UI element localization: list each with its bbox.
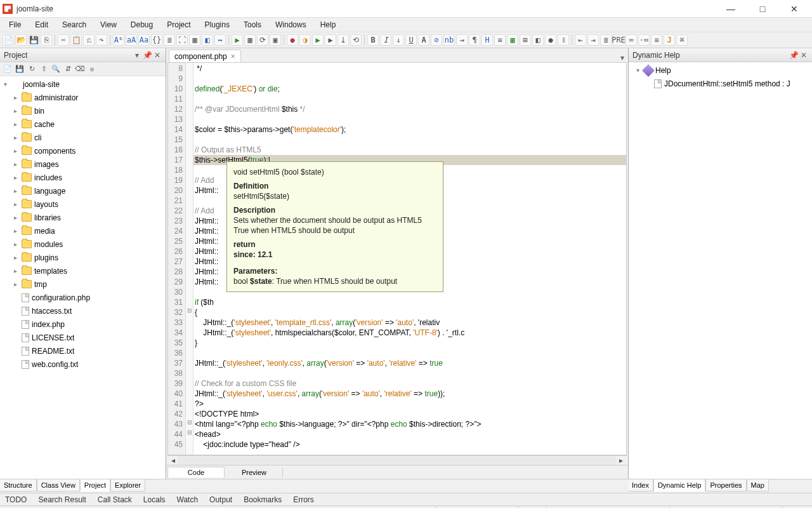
menu-debug[interactable]: Debug [124,19,159,30]
toolbar-btn[interactable]: ▦ [189,34,200,46]
output-tab-watch[interactable]: Watch [177,495,199,504]
folder-item[interactable]: ▸media [0,224,166,237]
tab-preview[interactable]: Preview [226,467,283,478]
toolbar-btn[interactable]: ⎘ [41,34,52,46]
toolbar-btn[interactable]: Aa [138,34,150,46]
horizontal-scrollbar[interactable]: ◂ ▸ [167,455,627,465]
tab-overflow-icon[interactable]: ▾ [617,53,628,62]
menu-edit[interactable]: Edit [29,19,55,30]
output-tab-search-result[interactable]: Search Result [38,495,86,504]
tab-code[interactable]: Code [167,467,225,478]
file-item[interactable]: htaccess.txt [0,304,166,318]
panel-menu-icon[interactable]: ▾ [133,51,141,60]
toolbar-btn[interactable]: ⊘ [431,34,442,46]
file-item[interactable]: web.config.txt [0,358,166,371]
toolbar-btn[interactable]: U [405,34,417,46]
folder-item[interactable]: ▸administrator [0,91,166,104]
output-tab-errors[interactable]: Errors [293,495,314,504]
toolbar-btn[interactable]: ≣ [164,34,175,46]
pin-icon[interactable]: 📌 [143,51,152,60]
toolbar-btn[interactable]: ▣ [270,34,281,46]
folder-item[interactable]: ▸language [0,184,166,197]
folder-item[interactable]: ▸plugins [0,251,166,264]
toolbar-btn[interactable]: ⛶ [176,34,188,46]
toolbar-btn[interactable]: ¶ [469,34,480,46]
toolbar-btn[interactable]: ▶ [312,34,324,46]
toolbar-btn[interactable]: ⌘ [676,34,688,46]
folder-item[interactable]: ▸bin [0,104,166,117]
minimize-button[interactable]: — [721,3,741,15]
editor-tab-component[interactable]: component.php × [169,50,241,62]
toolbar-btn[interactable]: ⎌ [83,34,95,46]
toolbar-btn[interactable]: ·≔ [638,34,650,46]
project-toolbar-btn[interactable]: 📄 [3,64,13,74]
menu-tools[interactable]: Tools [237,19,268,30]
output-tab-output[interactable]: Output [209,495,232,504]
tab-project[interactable]: Project [80,479,110,491]
folder-item[interactable]: ▸cli [0,131,166,144]
toolbar-btn[interactable]: Aᵇ [113,34,124,46]
menu-help[interactable]: Help [314,19,343,30]
close-panel-icon[interactable]: ✕ [153,51,162,60]
output-tab-bookmarks[interactable]: Bookmarks [244,495,282,504]
toolbar-btn[interactable]: B [367,34,379,46]
output-tab-locals[interactable]: Locals [143,495,166,504]
tab-dynamic-help[interactable]: Dynamic Help [653,479,705,491]
toolbar-btn[interactable]: ≡ [494,34,506,46]
code-editor[interactable]: 8910111213141516171819202122232425262728… [167,62,627,455]
toolbar-btn[interactable]: ⫴ [558,34,569,46]
pin-icon[interactable]: 📌 [789,51,798,60]
folder-item[interactable]: ▸components [0,144,166,157]
toolbar-btn[interactable]: ↷ [96,34,107,46]
toolbar-btn[interactable]: ▦ [507,34,518,46]
toolbar-btn[interactable]: nb [443,34,455,46]
toolbar-btn[interactable]: ⤓ [337,34,349,46]
toolbar-btn[interactable]: ⟳ [257,34,268,46]
toolbar-btn[interactable]: ⇥ [456,34,468,46]
toolbar-btn[interactable]: ⊞ [520,34,531,46]
folder-item[interactable]: ▸layouts [0,197,166,211]
project-toolbar-btn[interactable]: ⌫ [75,64,85,74]
tab-structure[interactable]: Structure [0,479,37,491]
toolbar-btn[interactable]: 💾 [28,34,39,46]
menu-project[interactable]: Project [160,19,197,30]
file-item[interactable]: index.php [0,318,166,331]
toolbar-btn[interactable]: ● [545,34,556,46]
toolbar-btn[interactable]: ⇥ [587,34,599,46]
project-toolbar-btn[interactable]: ≡ [87,64,97,74]
project-tree[interactable]: ▾joomla-site▸administrator▸bin▸cache▸cli… [0,76,166,479]
output-tab-call-stack[interactable]: Call Stack [98,495,132,504]
folder-item[interactable]: ▸tmp [0,277,166,291]
scroll-left-icon[interactable]: ◂ [169,456,178,465]
toolbar-btn[interactable]: 📋 [70,34,82,46]
project-toolbar-btn[interactable]: ⇵ [63,64,73,74]
toolbar-btn[interactable]: H [481,34,493,46]
folder-item[interactable]: ▾joomla-site [0,77,166,91]
toolbar-btn[interactable]: PRE [613,34,624,46]
toolbar-btn[interactable]: J [664,34,675,46]
toolbar-btn[interactable]: ▦ [244,34,256,46]
scroll-track[interactable] [178,457,617,465]
menu-search[interactable]: Search [56,19,93,30]
toolbar-btn[interactable]: 📂 [15,34,27,46]
menu-file[interactable]: File [3,19,27,30]
toolbar-btn[interactable]: ◧ [202,34,213,46]
tab-class-view[interactable]: Class View [37,479,80,491]
close-button[interactable]: ✕ [784,3,804,15]
output-tab-todo[interactable]: TODO [5,495,27,504]
menu-view[interactable]: View [94,19,123,30]
toolbar-btn[interactable]: ≔ [625,34,637,46]
folder-item[interactable]: ▸images [0,157,166,171]
toolbar-btn[interactable]: ▶ [325,34,336,46]
tab-map[interactable]: Map [747,479,769,491]
file-item[interactable]: LICENSE.txt [0,331,166,344]
toolbar-btn[interactable]: ● [287,34,298,46]
folder-item[interactable]: ▸includes [0,171,166,184]
toolbar-btn[interactable]: 📄 [3,34,14,46]
menu-plugins[interactable]: Plugins [199,19,236,30]
toolbar-btn[interactable]: ✂ [58,34,69,46]
menu-windows[interactable]: Windows [269,19,313,30]
toolbar-btn[interactable]: A [418,34,429,46]
close-panel-icon[interactable]: ✕ [799,51,808,60]
folder-item[interactable]: ▸libraries [0,211,166,224]
